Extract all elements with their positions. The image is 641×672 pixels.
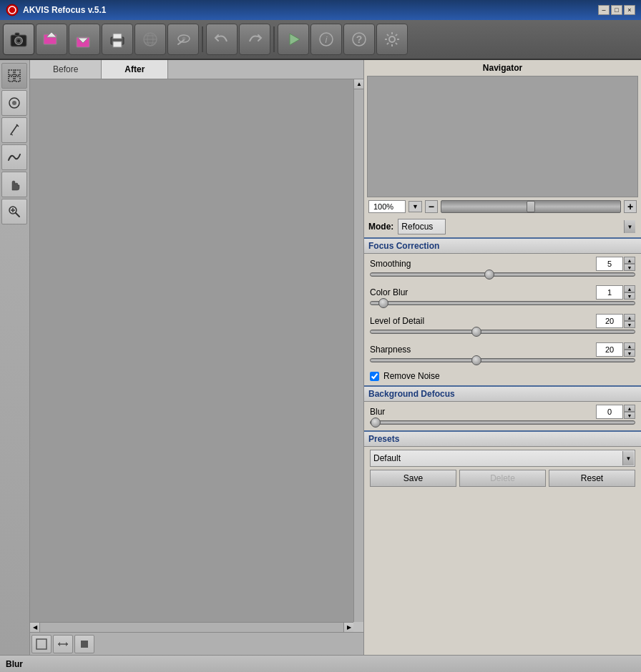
tool-hand[interactable]: [1, 172, 27, 197]
param-bg-blur: Blur 0 ▲ ▼: [364, 402, 641, 430]
tab-after[interactable]: After: [102, 60, 168, 79]
bg-blur-up[interactable]: ▲: [624, 405, 635, 412]
bg-blur-value[interactable]: 0: [596, 405, 623, 419]
svg-point-26: [389, 36, 395, 42]
smoothing-value[interactable]: 5: [596, 257, 623, 271]
zoom-dropdown-button[interactable]: ▼: [408, 201, 422, 212]
param-levelofdetail: Level of Detail 20 ▲ ▼: [364, 311, 641, 340]
preset-delete-button[interactable]: Delete: [459, 470, 546, 487]
canvas-scrollbar-v[interactable]: ▲ ▼: [353, 79, 363, 632]
toolbar-save-button[interactable]: [69, 24, 100, 55]
scroll-up-btn[interactable]: ▲: [354, 79, 363, 89]
colorblur-value[interactable]: 1: [596, 285, 623, 300]
toolbar-help-button[interactable]: ?: [343, 24, 375, 55]
preset-save-button[interactable]: Save: [370, 470, 456, 487]
levelofdetail-thumb[interactable]: [471, 327, 481, 337]
close-button[interactable]: ×: [624, 5, 635, 15]
mode-row: Mode: Refocus Blur Smart Blur ▼: [364, 216, 641, 237]
remove-noise-checkbox[interactable]: [370, 372, 379, 381]
tab-before[interactable]: Before: [30, 60, 102, 79]
bottom-actual-button[interactable]: [74, 635, 94, 653]
levelofdetail-label: Level of Detail: [370, 316, 596, 326]
scroll-left-btn[interactable]: ◀: [30, 623, 40, 633]
sharpness-up[interactable]: ▲: [624, 342, 635, 350]
remove-noise-label[interactable]: Remove Noise: [383, 371, 440, 381]
preset-select[interactable]: Default: [370, 450, 635, 467]
remove-noise-row: Remove Noise: [364, 368, 641, 385]
canvas-image-area[interactable]: [30, 79, 353, 622]
canvas-scrollbar-h[interactable]: ◀ ▶: [30, 622, 353, 632]
levelofdetail-value[interactable]: 20: [596, 314, 623, 328]
tool-pen[interactable]: [1, 117, 27, 143]
smoothing-down[interactable]: ▼: [624, 264, 635, 271]
sharpness-down[interactable]: ▼: [624, 350, 635, 357]
svg-point-40: [12, 101, 16, 105]
toolbar-play-button[interactable]: [278, 24, 309, 55]
toolbar-open-button[interactable]: [36, 24, 67, 55]
tool-select[interactable]: [1, 63, 27, 89]
bottom-fit-button[interactable]: [31, 635, 52, 653]
levelofdetail-down[interactable]: ▼: [624, 321, 635, 328]
toolbar-settings-button[interactable]: [376, 24, 408, 55]
toolbar-print-button[interactable]: [102, 24, 133, 55]
colorblur-down[interactable]: ▼: [624, 292, 635, 300]
maximize-button[interactable]: □: [611, 5, 622, 15]
toolbar-sep-1: [202, 26, 203, 52]
app-icon: [6, 4, 19, 16]
sharpness-value[interactable]: 20: [596, 342, 623, 357]
sharpness-label: Sharpness: [370, 345, 596, 355]
bottom-tools: [30, 632, 363, 655]
colorblur-spinners: ▲ ▼: [624, 285, 635, 300]
canvas-column: Before After ▲ ▼ ◀ ▶: [30, 60, 363, 655]
sharpness-thumb[interactable]: [471, 355, 481, 365]
toolbar-undo-button[interactable]: [206, 24, 238, 55]
preset-reset-button[interactable]: Reset: [549, 470, 635, 487]
zoom-plus-button[interactable]: +: [624, 200, 637, 213]
canvas-content: ▲ ▼ ◀ ▶: [30, 79, 363, 632]
zoom-slider[interactable]: [441, 200, 621, 213]
zoom-slider-thumb[interactable]: [527, 201, 535, 212]
bg-blur-down[interactable]: ▼: [624, 412, 635, 419]
preset-buttons: Save Delete Reset: [364, 470, 641, 491]
focus-correction-header: Focus Correction: [364, 237, 641, 254]
smoothing-slider[interactable]: [370, 272, 635, 277]
toolbar-info-button[interactable]: i: [310, 24, 342, 55]
smoothing-label: Smoothing: [370, 259, 596, 269]
settings-panel: Focus Correction Smoothing 5 ▲ ▼: [364, 237, 641, 655]
scroll-right-btn[interactable]: ▶: [343, 623, 353, 633]
mode-select[interactable]: Refocus Blur Smart Blur: [398, 219, 446, 234]
toolbar-web-button[interactable]: [134, 24, 166, 55]
smoothing-up[interactable]: ▲: [624, 257, 635, 264]
svg-rect-38: [15, 76, 20, 81]
bg-blur-thumb[interactable]: [371, 417, 381, 428]
toolbar-camera-button[interactable]: [3, 24, 34, 55]
bg-blur-slider[interactable]: [370, 420, 635, 425]
param-smoothing: Smoothing 5 ▲ ▼: [364, 254, 641, 282]
navigator-section: Navigator 100% ▼ − +: [364, 60, 641, 216]
smoothing-thumb[interactable]: [484, 270, 494, 280]
colorblur-label-row: Color Blur 1 ▲ ▼: [370, 285, 635, 300]
colorblur-up[interactable]: ▲: [624, 285, 635, 292]
minimize-button[interactable]: –: [598, 5, 610, 15]
svg-marker-21: [290, 34, 300, 45]
bg-blur-label-row: Blur 0 ▲ ▼: [370, 405, 635, 419]
zoom-minus-button[interactable]: −: [425, 200, 438, 213]
scroll-h-track[interactable]: [40, 623, 343, 633]
svg-text:i: i: [326, 34, 328, 45]
param-sharpness: Sharpness 20 ▲ ▼: [364, 340, 641, 368]
toolbar: i ?: [0, 20, 641, 60]
tool-stroke[interactable]: [1, 144, 27, 170]
toolbar-redo-button[interactable]: [239, 24, 270, 55]
toolbar-brush-eye-button[interactable]: [167, 24, 199, 55]
levelofdetail-up[interactable]: ▲: [624, 314, 635, 321]
sharpness-slider[interactable]: [370, 358, 635, 362]
colorblur-slider[interactable]: [370, 301, 635, 305]
zoom-display[interactable]: 100%: [368, 200, 406, 213]
colorblur-thumb[interactable]: [378, 298, 388, 308]
navigator-zoom-bar: 100% ▼ − +: [367, 200, 638, 213]
scroll-track[interactable]: [354, 89, 363, 622]
levelofdetail-slider[interactable]: [370, 330, 635, 334]
tool-zoom[interactable]: [1, 199, 27, 224]
tool-blur-brush[interactable]: [1, 90, 27, 116]
bottom-swap-button[interactable]: [53, 635, 73, 653]
